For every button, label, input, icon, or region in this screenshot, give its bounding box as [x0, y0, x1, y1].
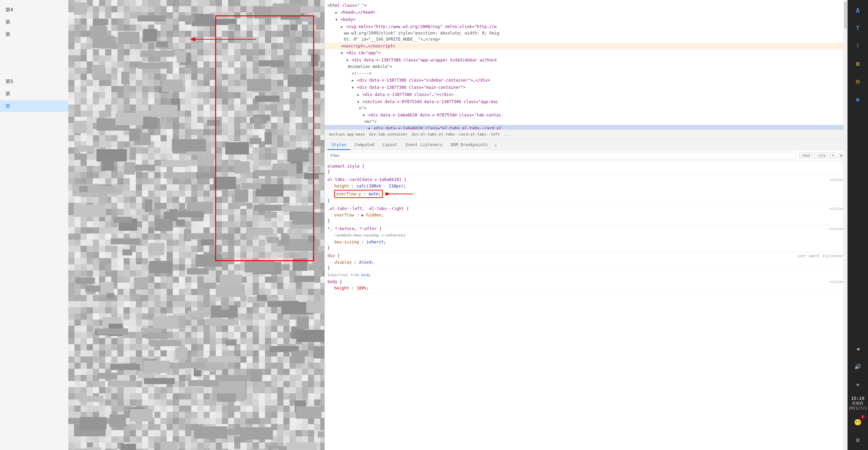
style-rule-div: div { user agent stylesheet display : bl…: [325, 252, 848, 272]
prop-overflow-hidden: overflow : ▶ hidden;: [327, 212, 845, 219]
breadcrumb-section[interactable]: section.app-main: [327, 131, 366, 137]
tab-dom-breakpoints[interactable]: DOM Breakpoints: [447, 140, 492, 150]
breadcrumb-more[interactable]: ...: [503, 131, 512, 137]
tree-line-3[interactable]: ▶ <svg xmlns="http://www.w3.org/2000/svg…: [325, 23, 848, 43]
prop-body-height: height : 100%;: [327, 285, 845, 292]
styles-content: element.style { } el-tabs--card[data-v-1…: [325, 161, 848, 450]
sidebar-item-4[interactable]: [0, 53, 68, 64]
tree-line-12[interactable]: ▼ <div data-v-1a6a6b10 data-v-078753dd c…: [325, 112, 848, 125]
vscode-icon-expand[interactable]: ◀: [850, 341, 865, 356]
vscode-icon-add[interactable]: ✚: [850, 377, 865, 392]
tree-line-8[interactable]: ▶ <div data-v-13877386 class="sidebar-co…: [325, 77, 848, 84]
filter-pseudo-buttons: :hov .cls + ⊟: [799, 152, 845, 159]
blurred-content: [68, 0, 324, 450]
clock-time: 15:19: [849, 396, 867, 401]
tab-more[interactable]: »: [492, 141, 500, 150]
sidebar-item-8[interactable]: 第: [0, 100, 68, 112]
prop-webkit-box-sizing: -webkit-box-sizing : inherit;: [327, 232, 845, 239]
filter-cls[interactable]: .cls: [814, 152, 828, 159]
breadcrumb-bar: section.app-main div.tab-container div.e…: [325, 130, 848, 139]
tree-line-1[interactable]: ▶ <head>…</head>: [325, 9, 848, 16]
vscode-icon-folder[interactable]: ⊟: [850, 74, 865, 89]
html-tree[interactable]: <html class=" "> ▶ <head>…</head> ▼ <bod…: [325, 0, 848, 130]
tree-line-13[interactable]: ▼ <div data-v-1a6a6b10 class="el-tabs el…: [325, 125, 848, 130]
vscode-icon-bottom[interactable]: ⊞: [850, 432, 865, 447]
prop-box-sizing: box-sizing : inherit;: [327, 239, 845, 245]
tree-line-11[interactable]: ▼ <section data-v-078753dd data-v-138773…: [325, 98, 848, 112]
tree-line-9[interactable]: ▼ <div data-v-13877386 class="main-conta…: [325, 84, 848, 91]
inherited-body-link[interactable]: body: [361, 273, 370, 277]
devtools-main: <html class=" "> ▶ <head>…</head> ▼ <bod…: [325, 0, 848, 450]
sidebar-item-1[interactable]: 第: [0, 16, 68, 28]
tree-line-4[interactable]: <noscript>…</noscript>: [325, 43, 848, 50]
sidebar-item-0[interactable]: 第4: [0, 4, 68, 16]
tree-line-10[interactable]: ▶ <div data-v-13877386 class="…"></div>: [325, 91, 848, 98]
tab-styles[interactable]: Styles: [327, 140, 350, 150]
vscode-icon-speaker[interactable]: 🔊: [850, 359, 865, 374]
inherited-from-body: Inherited from body: [325, 272, 848, 278]
styles-filter-bar: :hov .cls + ⊟: [325, 150, 848, 161]
tab-computed[interactable]: Computed: [350, 140, 378, 150]
clock: 15:19 星期四 2021/7/1: [848, 394, 868, 412]
red-arrow-styles: [386, 191, 413, 197]
tree-line-7[interactable]: <!----->: [325, 70, 848, 77]
vscode-icon-chrome[interactable]: ◉: [850, 92, 865, 107]
tree-line-2[interactable]: ▼ <body>: [325, 16, 848, 23]
style-rule-el-tabs-card: el-tabs--card[data-v-1a6a6b10] { <style>…: [325, 176, 848, 205]
vscode-icon-t2[interactable]: t: [850, 38, 865, 53]
tab-layout[interactable]: Layout: [378, 140, 401, 150]
tree-line-0[interactable]: <html class=" ">: [325, 2, 848, 9]
tree-line-6[interactable]: ▼ <div data-v-13877386 class="app-wrappe…: [325, 57, 848, 70]
scrollbar-thumb: [844, 1, 847, 29]
vscode-icon-t1[interactable]: T: [850, 20, 865, 36]
filter-input[interactable]: [327, 152, 796, 159]
tree-line-5[interactable]: ▼ <div id="app">: [325, 50, 848, 57]
vscode-icon-chat[interactable]: 😶 !: [850, 414, 865, 430]
left-sidebar: 第4 第 第 第5 第 第: [0, 0, 68, 450]
sidebar-item-5[interactable]: [0, 64, 68, 75]
prop-display-block: display : block;: [327, 259, 845, 266]
prop-height: height : calc(100vh - 110px);: [327, 183, 845, 189]
style-rule-el-tabs-left: .el-tabs--left, .el-tabs--right { <style…: [325, 205, 848, 225]
breadcrumb-el-tabs[interactable]: div.el-tabs.el-tabs--card.el-tabs--left: [410, 131, 501, 137]
clock-date: 2021/7/1: [849, 406, 867, 410]
filter-hov[interactable]: :hov: [799, 152, 813, 159]
devtools-scrollbar[interactable]: [843, 0, 848, 450]
devtools-panel: <html class=" "> ▶ <head>…</head> ▼ <bod…: [324, 0, 868, 450]
vscode-icons: A T t ⊞ ⊟ ◉ ◀ 🔊 ✚ 15:19 星期四 2021/7/1 😶 !…: [848, 0, 868, 450]
vscode-icon-a[interactable]: A: [850, 3, 865, 18]
sidebar-item-2[interactable]: 第: [0, 29, 68, 40]
style-rule-element: element.style { }: [325, 163, 848, 176]
vscode-icon-pc[interactable]: ⊞: [850, 56, 865, 71]
filter-add[interactable]: +: [829, 152, 837, 159]
breadcrumb-tab-container[interactable]: div.tab-container: [368, 131, 409, 137]
style-rule-star: *, *:before, *:after { <style> -webkit-b…: [325, 225, 848, 252]
sidebar-item-3[interactable]: [0, 41, 68, 52]
left-panel: 第4 第 第 第5 第 第: [0, 0, 324, 450]
styles-tabs-bar: Styles Computed Layout Event Listeners D…: [325, 139, 848, 150]
sidebar-item-7[interactable]: 第: [0, 88, 68, 100]
clock-day: 星期四: [849, 401, 867, 406]
tab-event-listeners[interactable]: Event Listeners: [402, 140, 447, 150]
style-rule-body: body { <style> height : 100%;: [325, 278, 848, 293]
prop-overflow-y: overflow-y : auto;: [327, 189, 845, 198]
sidebar-item-6[interactable]: 第5: [0, 76, 68, 87]
